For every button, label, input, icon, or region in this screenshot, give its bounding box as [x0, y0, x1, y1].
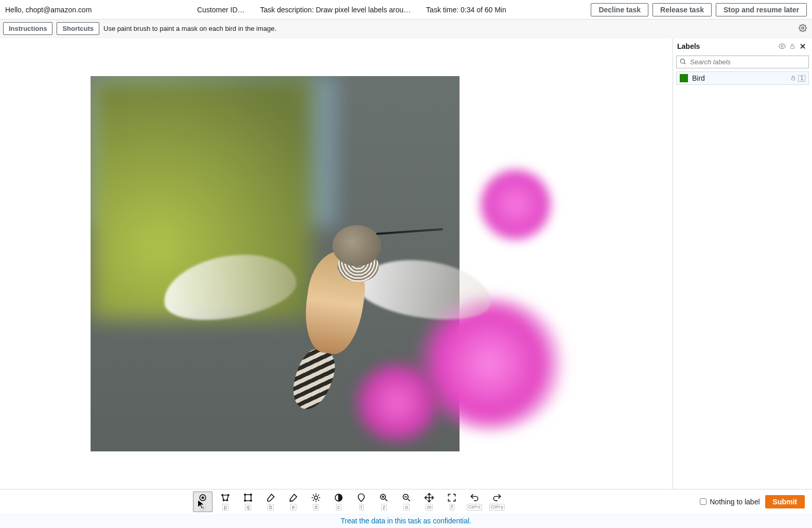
hint-text: Use paint brush to paint a mask on each …: [103, 25, 276, 32]
svg-point-1: [781, 45, 783, 47]
svg-point-13: [251, 494, 252, 496]
brightness-tool[interactable]: d: [306, 491, 326, 512]
task-time-text: Task time: 0:34 of 60 Min: [426, 6, 506, 14]
stop-resume-button[interactable]: Stop and resume later: [716, 3, 807, 16]
svg-point-9: [226, 500, 228, 501]
labels-title: Labels: [677, 42, 700, 50]
tool-shortcut-key: m: [426, 504, 433, 511]
svg-point-3: [680, 59, 684, 63]
brush-tool-icon: [266, 493, 276, 503]
svg-point-8: [228, 495, 230, 496]
zoom-out-tool[interactable]: o: [397, 491, 416, 512]
header-actions: Decline task Release task Stop and resum…: [591, 3, 807, 16]
zoom-in-tool[interactable]: z: [374, 491, 394, 512]
svg-point-7: [222, 495, 223, 496]
image-flower: [480, 169, 552, 241]
point-tool-icon: [198, 493, 208, 503]
point-tool[interactable]: a: [193, 491, 213, 512]
tool-shortcut-key: c: [336, 504, 342, 511]
tool-shortcut-key: b: [268, 504, 274, 511]
main-area: Labels Bird 1: [0, 38, 812, 489]
zoom-out-tool-icon: [401, 493, 412, 503]
box-tool-icon: [243, 493, 253, 503]
polygon-tool[interactable]: p: [216, 491, 235, 512]
canvas-wrap: [0, 38, 673, 489]
pan-tool-icon: [424, 493, 434, 503]
redo-tool[interactable]: Ctrl+y: [487, 491, 507, 512]
labels-search: [676, 56, 809, 68]
label-shortcut-key: 1: [798, 75, 805, 82]
settings-icon[interactable]: [799, 24, 807, 33]
nothing-to-label-checkbox[interactable]: [700, 498, 707, 505]
eraser-tool[interactable]: e: [284, 491, 303, 512]
svg-rect-11: [245, 495, 251, 501]
labels-panel: Labels Bird 1: [673, 38, 812, 489]
label-name: Bird: [692, 74, 705, 82]
contrast-tool-icon: [333, 493, 344, 503]
tool-shortcut-key: d: [313, 504, 319, 511]
pan-tool[interactable]: m: [419, 491, 439, 512]
decline-task-button[interactable]: Decline task: [591, 3, 648, 16]
instructions-bar: Instructions Shortcuts Use paint brush t…: [0, 20, 812, 38]
label-color-swatch: [680, 74, 688, 82]
svg-point-6: [202, 497, 203, 498]
contrast-tool[interactable]: c: [329, 491, 348, 512]
visibility-icon[interactable]: [777, 41, 787, 51]
image-bird-beak: [376, 228, 443, 234]
svg-point-10: [223, 500, 225, 501]
annotation-canvas[interactable]: [91, 76, 582, 451]
zoom-in-tool-icon: [379, 493, 389, 503]
tool-shortcut-key: o: [403, 504, 410, 511]
task-description-text: Task description: Draw pixel level label…: [260, 6, 411, 14]
submit-button[interactable]: Submit: [765, 495, 805, 508]
svg-rect-2: [791, 46, 795, 49]
greeting-text: Hello, chopt@amazon.com: [5, 6, 112, 14]
tool-shortcut-key: f: [450, 504, 454, 511]
nothing-to-label-text: Nothing to label: [710, 498, 760, 506]
tool-shortcut-key: e: [290, 504, 296, 511]
fit-tool-icon: [447, 493, 457, 503]
box-tool[interactable]: q: [238, 491, 258, 512]
tool-shortcut-key: Ctrl+y: [489, 504, 505, 511]
customer-id-text: Customer ID…: [197, 6, 245, 14]
svg-point-14: [251, 500, 252, 502]
undo-tool[interactable]: Ctrl+z: [465, 491, 484, 512]
lock-icon[interactable]: [787, 41, 798, 51]
tool-shortcut-key: Ctrl+z: [467, 504, 482, 511]
redo-tool-icon: [492, 493, 502, 503]
shortcuts-button[interactable]: Shortcuts: [57, 22, 99, 35]
label-row[interactable]: Bird 1: [676, 71, 809, 85]
header-center: Customer ID… Task description: Draw pixe…: [112, 6, 591, 14]
toolbar: apqbedctzomfCtrl+zCtrl+y Nothing to labe…: [0, 489, 812, 514]
footer-confidential: Treat the data in this task as confident…: [0, 514, 812, 528]
greyscale-tool[interactable]: t: [351, 491, 371, 512]
toolbar-right: Nothing to label Submit: [700, 495, 812, 508]
tool-shortcut-key: t: [359, 504, 364, 511]
svg-point-12: [244, 494, 246, 496]
tool-strip: apqbedctzomfCtrl+zCtrl+y: [0, 491, 700, 512]
nothing-to-label-wrap[interactable]: Nothing to label: [700, 498, 760, 506]
greyscale-tool-icon: [356, 493, 366, 503]
image-bird-head: [332, 225, 381, 266]
release-task-button[interactable]: Release task: [652, 3, 712, 16]
close-icon[interactable]: [798, 41, 808, 51]
brush-tool[interactable]: b: [261, 491, 280, 512]
tool-shortcut-key: a: [200, 504, 206, 511]
brightness-tool-icon: [311, 493, 321, 503]
image-bird: [204, 184, 446, 379]
tool-shortcut-key: q: [245, 504, 251, 511]
search-icon: [679, 58, 686, 66]
labels-search-input[interactable]: [676, 56, 809, 68]
svg-point-16: [314, 496, 318, 500]
svg-rect-4: [792, 78, 795, 80]
fit-tool[interactable]: f: [442, 491, 462, 512]
lock-icon[interactable]: [790, 74, 796, 82]
polygon-tool-icon: [220, 493, 231, 503]
svg-point-15: [244, 500, 246, 502]
tool-shortcut-key: z: [381, 504, 387, 511]
labels-header: Labels: [673, 38, 812, 54]
svg-point-0: [802, 27, 804, 29]
undo-tool-icon: [469, 493, 480, 503]
instructions-button[interactable]: Instructions: [3, 22, 52, 35]
eraser-tool-icon: [288, 493, 298, 503]
